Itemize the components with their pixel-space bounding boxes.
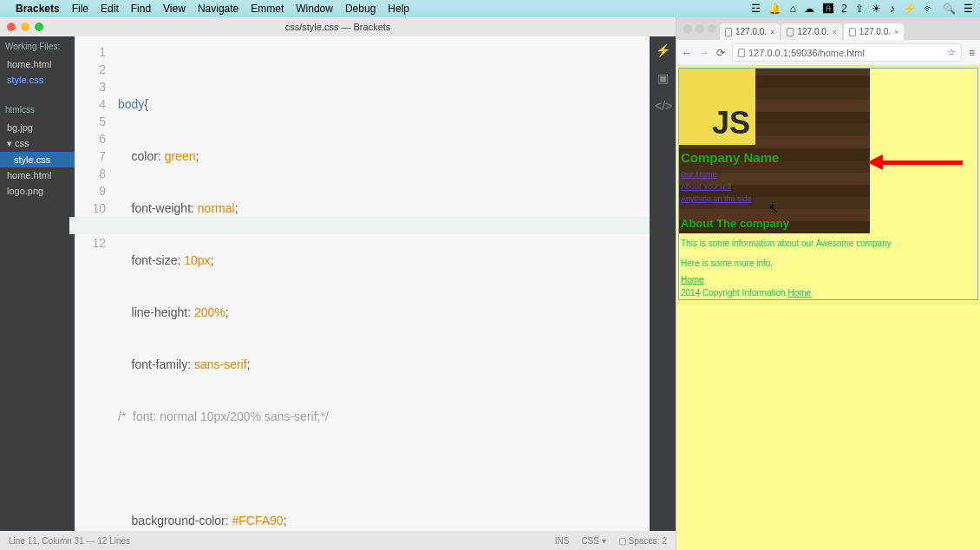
brackets-right-toolbar: ⚡ ▣ </> [650,36,676,531]
insert-mode[interactable]: INS [555,536,570,546]
tray-icon[interactable]: ☰ [964,3,973,15]
zoom-traffic-light[interactable] [708,24,716,33]
company-name: Company Name [679,145,870,168]
code-area[interactable]: body{ color: green; font-weight: normal;… [113,36,650,531]
zoom-traffic-light[interactable] [35,23,43,31]
close-traffic-light[interactable] [7,23,16,31]
url-text: 127.0.0.1:59036/home.html [748,48,865,58]
brackets-window: css/style.css — Brackets Working Files: … [0,17,676,550]
working-file[interactable]: style.css [0,72,75,88]
line-gutter: 123456789101112 [75,36,113,531]
about-heading: About The company [679,208,870,233]
tray-icon[interactable]: ☁ [804,3,814,15]
close-traffic-light[interactable] [683,24,692,33]
menu-window[interactable]: Window [296,3,333,15]
browser-tab[interactable]: 127.0.0.× [720,23,780,40]
live-preview-icon[interactable]: ⚡ [655,43,670,59]
menu-file[interactable]: File [72,3,88,15]
chrome-menu-icon[interactable]: ≡ [969,47,975,59]
page-icon [738,49,745,57]
working-file[interactable]: home.html [0,56,75,72]
page-icon [849,28,856,36]
tray-icon[interactable]: 🔍 [943,3,956,15]
menu-edit[interactable]: Edit [101,3,119,15]
close-tab-icon[interactable]: × [770,28,774,36]
mac-menubar: Brackets File Edit Find View Navigate Em… [0,0,980,17]
close-tab-icon[interactable]: × [894,28,898,36]
code-icon[interactable]: </> [655,99,670,115]
site-logo: JS [679,69,755,145]
site-nav: Our Home About Yourself Anything on the … [679,168,870,208]
brackets-statusbar: Line 11, Column 31 — 12 Lines INS CSS ▾ … [0,531,676,550]
tray-icon[interactable]: ᯤ [924,3,934,15]
minimize-traffic-light[interactable] [21,23,29,31]
close-tab-icon[interactable]: × [833,28,837,36]
tray-icon[interactable]: 🔔 [768,3,781,15]
page-icon [725,28,732,36]
cursor-position: Line 11, Column 31 — 12 Lines [9,536,130,546]
tray-icon[interactable]: ☲ [751,3,761,15]
menubar-tray: ☲ 🔔 ⌂ ☁ 🅰 2 ⇪ ☀ ♪ ⚡ ᯤ 🔍 ☰ [746,3,973,15]
tray-icon[interactable]: ⇪ [855,3,864,15]
indent-mode[interactable]: ▢ Spaces: 2 [618,536,667,546]
working-files-label: Working Files: [0,36,75,56]
browser-tab[interactable]: 127.0.0.× [781,23,841,40]
menu-debug[interactable]: Debug [345,3,376,15]
minimize-traffic-light[interactable] [696,24,704,33]
address-bar[interactable]: 127.0.0.1:59036/home.html☆ [732,43,962,62]
annotation-arrow [867,154,963,170]
tray-icon[interactable]: ⌂ [790,3,796,15]
extension-manager-icon[interactable]: ▣ [655,71,670,87]
menu-emmet[interactable]: Emmet [251,3,284,15]
tray-icon[interactable]: 2 [841,3,847,15]
file-tree-folder[interactable]: ▾ css [0,135,75,152]
file-tree-item[interactable]: home.html [0,167,75,183]
file-tree-item[interactable]: bg.jpg [0,120,75,135]
language-mode[interactable]: CSS ▾ [581,536,605,546]
brackets-titlebar: css/style.css — Brackets [0,17,676,36]
back-button[interactable]: ← [682,47,692,59]
chrome-window: 127.0.0.× 127.0.0.× 127.0.0.× ← → ⟳ 127.… [676,17,980,550]
menu-find[interactable]: Find [131,3,151,15]
browser-tab-active[interactable]: 127.0.0.× [844,23,904,40]
footer-link[interactable]: Home [679,273,977,286]
project-label[interactable]: htmlcss [0,100,75,120]
chrome-tabstrip: 127.0.0.× 127.0.0.× 127.0.0.× [676,17,980,40]
tray-icon[interactable]: ⚡ [903,3,916,15]
menu-view[interactable]: View [163,3,186,15]
chrome-toolbar: ← → ⟳ 127.0.0.1:59036/home.html☆ ≡ [676,40,980,66]
site-header: JS Company Name Our Home About Yourself … [679,69,870,233]
about-paragraph: Here is some more info. [679,253,977,273]
nav-link[interactable]: Our Home [681,170,868,179]
brackets-sidebar: Working Files: home.html style.css htmlc… [0,36,75,531]
site-body: This is some information about our Aweso… [679,233,977,299]
nav-link[interactable]: About Yourself [681,182,868,191]
file-tree-item[interactable]: logo.png [0,183,75,199]
copyright: 2014 Copyright Information Home [679,286,977,299]
menu-help[interactable]: Help [388,3,409,15]
file-tree-item[interactable]: style.css [0,152,75,167]
rendered-page: JS Company Name Our Home About Yourself … [676,66,980,550]
app-name[interactable]: Brackets [16,3,60,15]
tray-icon[interactable]: ☀ [872,3,881,15]
reload-button[interactable]: ⟳ [716,47,725,59]
code-editor[interactable]: 123456789101112 body{ color: green; font… [75,36,650,531]
footer-link[interactable]: Home [787,288,811,298]
page-icon [787,28,794,36]
forward-button[interactable]: → [699,47,709,59]
tray-icon[interactable]: ♪ [890,3,895,15]
nav-link[interactable]: Anything on the side [681,194,868,203]
window-title: css/style.css — Brackets [285,22,391,32]
menu-navigate[interactable]: Navigate [198,3,238,15]
about-paragraph: This is some information about our Aweso… [679,233,977,253]
tray-icon[interactable]: 🅰 [823,3,833,15]
bookmark-star-icon[interactable]: ☆ [947,47,956,58]
